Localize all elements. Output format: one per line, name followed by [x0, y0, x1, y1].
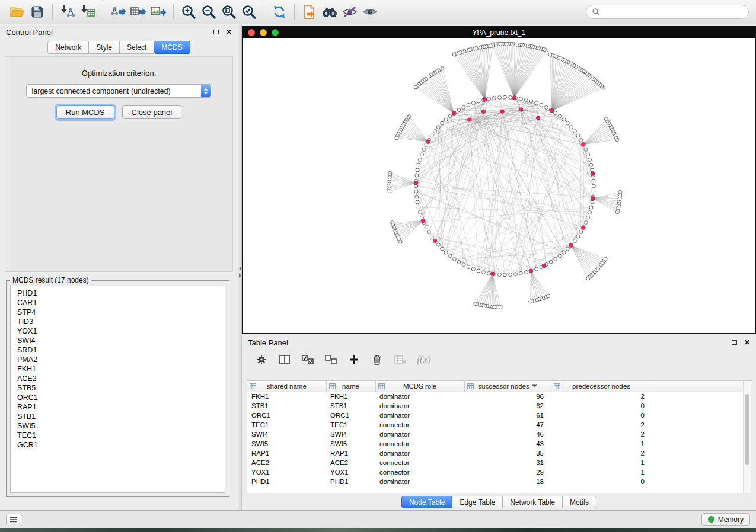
toolbar-separator [52, 4, 53, 20]
maximize-window-icon[interactable] [272, 29, 279, 36]
collapse-right-icon[interactable] [239, 273, 241, 278]
close-panel-icon[interactable]: ✕ [226, 28, 232, 36]
hide-annotations-button[interactable] [340, 2, 360, 21]
save-session-button[interactable] [27, 2, 47, 21]
plus-icon [349, 354, 359, 365]
table-row[interactable]: PHD1PHD1dominator180 [247, 477, 751, 486]
criterion-dropdown[interactable]: largest connected component (undirected) [26, 84, 212, 98]
binoculars-icon [321, 5, 338, 19]
table-scrollbar[interactable] [743, 381, 751, 493]
table-scrollbar-thumb[interactable] [745, 394, 749, 465]
minimize-window-icon[interactable] [260, 29, 267, 36]
result-item[interactable]: SWI5 [17, 421, 225, 431]
node-table-body: FKH1FKH1dominator962STB1STB1dominator620… [247, 392, 751, 486]
export-network-button[interactable] [108, 2, 128, 21]
result-item[interactable]: STB5 [17, 383, 225, 393]
table-settings-button[interactable] [255, 352, 268, 367]
network-svg [243, 38, 755, 333]
run-mcds-button[interactable]: Run MCDS [56, 105, 114, 119]
network-window-titlebar[interactable]: YPA_prune.txt_1 [243, 27, 755, 38]
table-tab-motifs[interactable]: Motifs [563, 496, 596, 508]
close-window-icon[interactable] [248, 29, 255, 36]
table-row[interactable]: STB1STB1dominator620 [247, 401, 751, 411]
result-item[interactable]: ACE2 [17, 374, 225, 383]
result-item[interactable]: ORC1 [17, 393, 225, 402]
delete-table-button[interactable] [394, 352, 407, 367]
result-item[interactable]: CAR1 [17, 298, 225, 307]
search-icon [592, 8, 600, 16]
table-tab-network-table[interactable]: Network Table [503, 496, 563, 508]
select-all-button[interactable] [301, 352, 314, 367]
column-header-name[interactable]: name [326, 381, 375, 392]
zoom-out-button[interactable] [199, 2, 219, 21]
zoom-in-button[interactable] [178, 2, 199, 21]
collapse-left-icon[interactable] [239, 266, 241, 271]
result-item[interactable]: YOX1 [17, 326, 225, 336]
close-panel-button[interactable]: Close panel [122, 105, 182, 119]
add-column-button[interactable] [347, 352, 361, 367]
table-row[interactable]: SWI4SWI4dominator462 [247, 430, 751, 439]
split-divider[interactable] [238, 24, 242, 510]
result-item[interactable]: STB1 [17, 412, 225, 421]
import-table-button[interactable] [78, 2, 98, 21]
export-image-button[interactable] [148, 2, 168, 21]
zoom-fit-button[interactable] [219, 2, 239, 21]
float-panel-icon[interactable] [213, 30, 219, 34]
network-window-title: YPA_prune.txt_1 [473, 28, 526, 37]
column-header-shared-name[interactable]: shared name [247, 381, 326, 392]
find-button[interactable] [320, 2, 340, 21]
table-row[interactable]: ORC1ORC1dominator610 [247, 411, 751, 420]
table-tab-node-table[interactable]: Node Table [401, 496, 453, 508]
float-table-panel-icon[interactable] [732, 340, 737, 345]
column-header-mcds-role[interactable]: MCDS role [375, 381, 464, 392]
import-table-icon [79, 4, 96, 20]
tab-network[interactable]: Network [47, 41, 89, 54]
function-builder-button[interactable]: f(x) [417, 352, 431, 367]
result-item[interactable]: RAP1 [17, 402, 225, 412]
gear-icon [256, 354, 267, 365]
result-item[interactable]: SWI4 [17, 336, 225, 345]
result-item[interactable]: SRD1 [17, 345, 225, 355]
main-toolbar [0, 0, 756, 24]
mcds-result-box: MCDS result (17 nodes) PHD1CAR1STP4TID3Y… [6, 276, 229, 497]
column-header-successor-nodes[interactable]: successor nodes [464, 381, 551, 392]
memory-button[interactable]: Memory [701, 513, 750, 526]
table-row[interactable]: ACE2ACE2connector311 [247, 458, 751, 467]
search-input[interactable] [604, 8, 743, 16]
result-item[interactable]: STP4 [17, 307, 225, 317]
show-columns-button[interactable] [278, 352, 291, 367]
table-row[interactable]: YOX1YOX1connector291 [247, 467, 751, 477]
save-icon [30, 5, 44, 19]
export-table-button[interactable] [128, 2, 148, 21]
table-row[interactable]: FKH1FKH1dominator962 [247, 392, 751, 401]
result-item[interactable]: GCR1 [17, 440, 225, 450]
splitter-collapse-icons[interactable] [238, 266, 241, 278]
zoom-selected-button[interactable] [239, 2, 259, 21]
result-item[interactable]: FKH1 [17, 364, 225, 374]
show-graphics-button[interactable] [360, 2, 380, 21]
criterion-dropdown-value: largest connected component (undirected) [32, 87, 171, 95]
share-document-button[interactable] [299, 2, 320, 21]
column-header-predecessor-nodes[interactable]: predecessor nodes [551, 381, 652, 392]
mcds-result-list: PHD1CAR1STP4TID3YOX1SWI4SRD1PMA2FKH1ACE2… [10, 286, 225, 493]
close-table-panel-icon[interactable]: ✕ [744, 339, 750, 346]
deselect-all-button[interactable] [324, 352, 337, 367]
tab-select[interactable]: Select [120, 41, 154, 54]
result-item[interactable]: PHD1 [17, 289, 225, 298]
result-item[interactable]: TID3 [17, 317, 225, 326]
column-header-filler [652, 381, 751, 392]
result-item[interactable]: TEC1 [17, 431, 225, 440]
table-tab-edge-table[interactable]: Edge Table [452, 496, 503, 508]
refresh-view-button[interactable] [269, 2, 289, 21]
network-canvas[interactable] [243, 38, 755, 333]
table-row[interactable]: RAP1RAP1dominator352 [247, 448, 751, 458]
table-row[interactable]: SWI5SWI5connector431 [247, 439, 751, 448]
import-network-button[interactable] [58, 2, 78, 21]
status-menu-button[interactable] [6, 514, 21, 525]
open-file-button[interactable] [7, 2, 27, 21]
tab-style[interactable]: Style [89, 41, 120, 54]
table-row[interactable]: TEC1TEC1connector472 [247, 420, 751, 430]
tab-mcds[interactable]: MCDS [154, 41, 190, 54]
delete-column-button[interactable] [371, 352, 384, 367]
result-item[interactable]: PMA2 [17, 355, 225, 364]
